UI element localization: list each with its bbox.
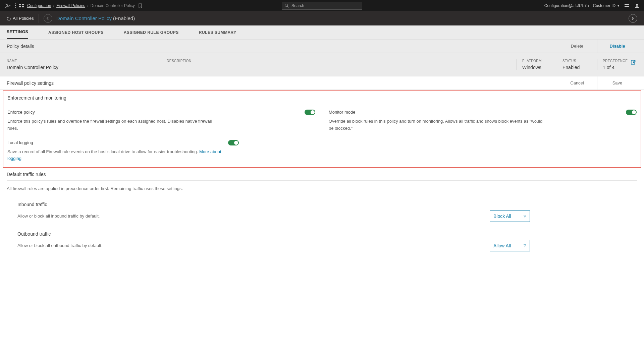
tab-settings[interactable]: SETTINGS — [7, 25, 28, 39]
edit-details-icon[interactable] — [631, 60, 636, 65]
inbound-traffic-value: Block All — [493, 214, 511, 219]
search-icon — [285, 4, 289, 8]
field-description: DESCRIPTION — [161, 59, 315, 65]
notifications-icon[interactable] — [624, 3, 630, 9]
policy-details-title: Policy details — [7, 44, 557, 49]
bookmark-icon[interactable] — [138, 3, 142, 8]
customer-id-dropdown[interactable]: Customer ID ▼ — [593, 3, 620, 8]
tab-assigned-rule-groups[interactable]: ASSIGNED RULE GROUPS — [124, 25, 179, 39]
all-policies-link[interactable]: All Policies — [7, 16, 34, 21]
name-value: Domain Controller Policy — [7, 65, 151, 70]
menu-dots-icon[interactable] — [15, 3, 16, 8]
policy-title: Domain Controller Policy (Enabled) — [56, 15, 135, 21]
field-platform: PLATFORM Windows — [517, 59, 557, 70]
chevron-down-icon: ▽ — [524, 214, 526, 218]
breadcrumb: Configuration › Firewall Policies › Doma… — [27, 3, 142, 8]
monitor-mode-toggle[interactable] — [626, 110, 637, 115]
inbound-traffic-row: Allow or block all inbound traffic by de… — [17, 210, 637, 222]
status-value: Enabled — [562, 65, 587, 70]
search-container: Search — [282, 2, 362, 10]
user-profile-icon[interactable] — [634, 3, 640, 9]
breadcrumb-configuration[interactable]: Configuration — [27, 3, 51, 8]
enforce-policy-setting: Enforce policy Enforce this policy's rul… — [7, 110, 315, 132]
topbar-left: Configuration › Firewall Policies › Doma… — [4, 3, 142, 9]
inbound-traffic-select[interactable]: Block All ▽ — [490, 210, 530, 222]
previous-policy-button[interactable] — [44, 14, 52, 23]
name-label: NAME — [7, 59, 151, 63]
breadcrumb-firewall-policies[interactable]: Firewall Policies — [56, 3, 85, 8]
local-logging-desc-text: Save a record of all Firewall rule event… — [7, 149, 199, 154]
field-name: NAME Domain Controller Policy — [7, 59, 161, 70]
svg-line-1 — [287, 6, 289, 7]
enforce-policy-description: Enforce this policy's rules and override… — [7, 118, 222, 132]
monitor-mode-description: Override all block rules in this policy … — [329, 118, 543, 132]
svg-point-0 — [285, 4, 288, 6]
local-logging-label: Local logging — [7, 140, 239, 145]
enforcement-section-highlighted: Enforcement and monitoring Enforce polic… — [3, 90, 641, 168]
monitor-mode-label: Monitor mode — [329, 110, 637, 115]
platform-value: Windows — [522, 65, 547, 70]
inbound-traffic-title: Inbound traffic — [17, 202, 637, 207]
monitor-mode-setting: Monitor mode Override all block rules in… — [329, 110, 637, 132]
precedence-value: 1 of 4 — [603, 65, 627, 70]
outbound-traffic-select[interactable]: Allow All ▽ — [490, 240, 530, 251]
firewall-settings-header: Firewall policy settings Cancel Save — [0, 76, 644, 90]
chevron-down-icon: ▽ — [524, 244, 526, 247]
save-button[interactable]: Save — [597, 76, 637, 90]
enforcement-section-title: Enforcement and monitoring — [7, 91, 637, 104]
top-navigation-bar: Configuration › Firewall Policies › Doma… — [0, 0, 644, 11]
search-input[interactable]: Search — [282, 2, 362, 10]
chevron-down-icon: ▼ — [617, 4, 620, 7]
default-traffic-title: Default traffic rules — [7, 168, 637, 181]
next-policy-button[interactable] — [629, 14, 637, 23]
config-account-label: Configuration@afc67b7a — [544, 3, 589, 8]
policy-details-header: Policy details Delete Disable — [0, 40, 644, 53]
policy-tabs: SETTINGS ASSIGNED HOST GROUPS ASSIGNED R… — [0, 25, 644, 40]
svg-rect-3 — [625, 6, 629, 7]
enforce-policy-toggle[interactable] — [305, 110, 315, 115]
topbar-right: Configuration@afc67b7a Customer ID ▼ — [544, 3, 640, 9]
local-logging-setting: Local logging Save a record of all Firew… — [7, 140, 239, 163]
policy-status-suffix: (Enabled) — [113, 15, 135, 21]
all-policies-label: All Policies — [13, 16, 34, 21]
customer-id-label: Customer ID — [593, 3, 615, 8]
svg-point-4 — [636, 4, 638, 6]
policy-name: Domain Controller Policy — [56, 15, 112, 21]
policy-header-bar: All Policies Domain Controller Policy (E… — [0, 11, 644, 25]
description-label: DESCRIPTION — [167, 59, 305, 63]
enforcement-row: Enforce policy Enforce this policy's rul… — [7, 110, 637, 132]
local-logging-description: Save a record of all Firewall rule event… — [7, 148, 222, 163]
inbound-traffic-description: Allow or block all inbound traffic by de… — [17, 214, 490, 219]
breadcrumb-current: Domain Controller Policy — [91, 3, 135, 8]
back-arrow-icon — [7, 16, 11, 20]
outbound-traffic-description: Allow or block all outbound traffic by d… — [17, 243, 490, 248]
outbound-traffic-title: Outbound traffic — [17, 231, 637, 237]
outbound-traffic-row: Allow or block all outbound traffic by d… — [17, 240, 637, 251]
svg-rect-2 — [625, 4, 629, 5]
app-grid-icon[interactable] — [19, 4, 24, 7]
inbound-traffic-block: Inbound traffic Allow or block all inbou… — [7, 202, 637, 222]
breadcrumb-separator: › — [87, 4, 89, 8]
enforce-policy-label: Enforce policy — [7, 110, 315, 115]
policy-details-body: NAME Domain Controller Policy DESCRIPTIO… — [0, 53, 644, 76]
breadcrumb-separator: › — [53, 4, 54, 8]
divider — [39, 14, 39, 23]
delete-button[interactable]: Delete — [557, 40, 597, 53]
default-traffic-description: All firewall rules are applied in preced… — [7, 185, 221, 192]
firewall-settings-title: Firewall policy settings — [7, 80, 557, 86]
local-logging-toggle[interactable] — [228, 140, 239, 145]
search-placeholder: Search — [291, 3, 304, 8]
field-status: STATUS Enabled — [557, 59, 597, 70]
falcon-logo-icon[interactable] — [4, 3, 11, 9]
outbound-traffic-block: Outbound traffic Allow or block all outb… — [7, 231, 637, 251]
precedence-label: PRECEDENCE — [603, 59, 627, 63]
platform-label: PLATFORM — [522, 59, 547, 63]
disable-button[interactable]: Disable — [597, 40, 637, 53]
tab-assigned-host-groups[interactable]: ASSIGNED HOST GROUPS — [48, 25, 104, 39]
cancel-button[interactable]: Cancel — [557, 76, 597, 90]
default-traffic-section: Default traffic rules All firewall rules… — [0, 168, 644, 265]
status-label: STATUS — [562, 59, 587, 63]
tab-rules-summary[interactable]: RULES SUMMARY — [199, 25, 236, 39]
outbound-traffic-value: Allow All — [493, 243, 511, 248]
